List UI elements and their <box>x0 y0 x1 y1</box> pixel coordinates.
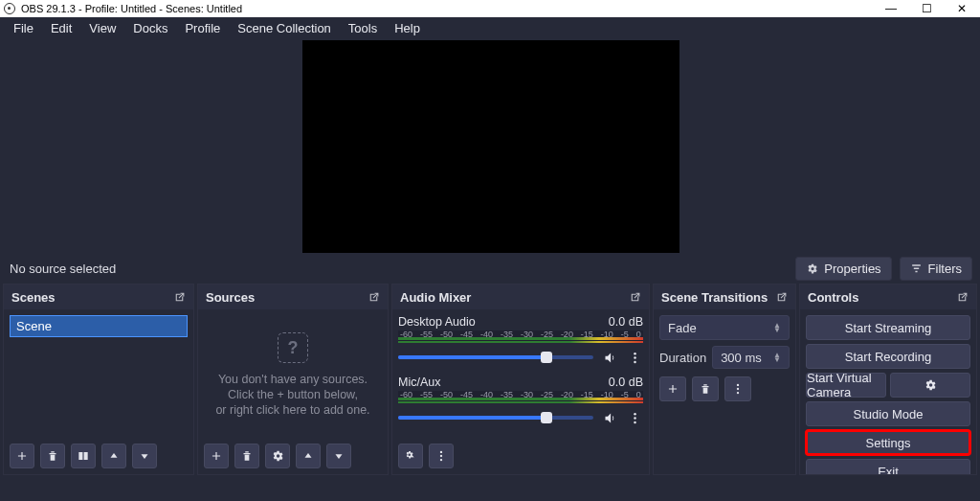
sources-empty-line1: You don't have any sources. <box>218 373 368 386</box>
menu-help[interactable]: Help <box>387 19 428 37</box>
svg-point-0 <box>634 352 636 354</box>
start-streaming-button[interactable]: Start Streaming <box>806 315 970 340</box>
channel-name-mic: Mic/Aux <box>398 376 440 389</box>
scene-item[interactable]: Scene <box>10 315 188 337</box>
mixer-channel-desktop: Desktop Audio0.0 dB -60-55-50-45-40-35-3… <box>398 315 643 366</box>
no-source-label: No source selected <box>8 262 116 276</box>
sources-toolbar <box>198 440 388 474</box>
duration-value: 300 ms <box>721 351 762 365</box>
transition-properties-button[interactable] <box>724 376 751 401</box>
start-recording-button[interactable]: Start Recording <box>806 344 970 369</box>
duration-input[interactable]: 300 ms ▲▼ <box>712 346 790 369</box>
channel-db-desktop: 0.0 dB <box>609 315 643 329</box>
volume-slider-mic[interactable] <box>398 416 593 420</box>
channel-meter-desktop: -60-55-50-45-40-35-30-25-20-15-10-50 <box>398 330 643 343</box>
controls-title: Controls <box>808 290 858 305</box>
scene-add-button[interactable] <box>10 444 34 468</box>
menu-profile[interactable]: Profile <box>177 19 228 37</box>
menu-scene-collection[interactable]: Scene Collection <box>230 19 339 37</box>
mixer-popout-icon[interactable] <box>629 291 641 304</box>
svg-point-11 <box>737 392 739 394</box>
svg-point-7 <box>440 455 442 457</box>
menu-edit[interactable]: Edit <box>43 19 79 37</box>
scenes-toolbar <box>4 440 193 474</box>
gear-icon <box>924 378 937 392</box>
studio-mode-button[interactable]: Studio Mode <box>806 401 970 426</box>
window-minimize-icon[interactable]: — <box>885 2 897 15</box>
sources-empty[interactable]: ? You don't have any sources. Click the … <box>204 315 382 434</box>
channel-menu-icon[interactable] <box>626 349 643 366</box>
source-properties-button[interactable] <box>265 444 290 468</box>
scenes-popout-icon[interactable] <box>173 291 186 304</box>
scenes-title: Scenes <box>11 290 56 305</box>
window-maximize-icon[interactable]: ☐ <box>922 2 932 15</box>
virtual-camera-settings-button[interactable] <box>890 373 970 398</box>
channel-name-desktop: Desktop Audio <box>398 315 476 329</box>
gear-icon <box>806 262 818 275</box>
properties-button[interactable]: Properties <box>795 257 891 281</box>
svg-point-3 <box>634 412 636 415</box>
mixer-toolbar <box>392 440 649 474</box>
settings-button[interactable]: Settings <box>806 430 970 455</box>
source-move-up-button[interactable] <box>296 444 321 468</box>
sources-title: Sources <box>206 290 255 305</box>
mixer-channel-mic: Mic/Aux0.0 dB -60-55-50-45-40-35-30-25-2… <box>398 376 643 426</box>
window-close-icon[interactable]: ✕ <box>957 2 967 15</box>
svg-point-6 <box>440 451 442 453</box>
svg-point-5 <box>634 421 636 423</box>
window-title: OBS 29.1.3 - Profile: Untitled - Scenes:… <box>21 3 242 14</box>
volume-slider-desktop[interactable] <box>398 355 593 359</box>
scene-move-up-button[interactable] <box>101 444 126 468</box>
exit-button[interactable]: Exit <box>806 459 970 474</box>
transitions-title: Scene Transitions <box>661 290 768 305</box>
transitions-popout-icon[interactable] <box>775 291 788 304</box>
chevron-updown-icon: ▲▼ <box>773 323 781 332</box>
speaker-icon[interactable] <box>601 409 618 426</box>
channel-meter-mic: -60-55-50-45-40-35-30-25-20-15-10-50 <box>398 391 643 403</box>
filters-label: Filters <box>928 262 962 276</box>
properties-label: Properties <box>824 262 880 276</box>
source-move-down-button[interactable] <box>326 444 351 468</box>
menu-view[interactable]: View <box>81 19 123 37</box>
menu-docks[interactable]: Docks <box>125 19 175 37</box>
mixer-menu-button[interactable] <box>429 444 454 468</box>
mixer-advanced-button[interactable] <box>398 444 423 468</box>
source-add-button[interactable] <box>204 444 229 468</box>
sources-empty-line3: or right click here to add one. <box>215 403 369 417</box>
start-virtual-camera-button[interactable]: Start Virtual Camera <box>806 373 886 398</box>
controls-popout-icon[interactable] <box>956 291 969 304</box>
duration-label: Duration <box>659 351 706 365</box>
window-titlebar: OBS 29.1.3 - Profile: Untitled - Scenes:… <box>0 0 980 17</box>
menu-file[interactable]: File <box>6 19 41 37</box>
svg-point-1 <box>634 356 636 359</box>
transition-selected-label: Fade <box>668 321 697 335</box>
sources-empty-line2: Click the + button below, <box>228 388 358 401</box>
filters-icon <box>910 262 923 275</box>
app-icon <box>4 3 15 14</box>
chevron-updown-icon: ▲▼ <box>773 353 781 362</box>
channel-db-mic: 0.0 dB <box>609 376 643 389</box>
svg-point-4 <box>634 417 636 420</box>
transition-remove-button[interactable] <box>692 376 719 401</box>
svg-point-2 <box>634 360 636 363</box>
mixer-title: Audio Mixer <box>400 290 471 305</box>
speaker-icon[interactable] <box>601 349 618 366</box>
menubar: File Edit View Docks Profile Scene Colle… <box>0 17 980 38</box>
svg-point-9 <box>737 384 739 386</box>
preview-canvas[interactable] <box>302 40 679 253</box>
source-remove-button[interactable] <box>234 444 259 468</box>
svg-point-10 <box>737 388 739 390</box>
preview-area <box>0 38 980 253</box>
sources-popout-icon[interactable] <box>368 291 380 304</box>
transition-select[interactable]: Fade ▲▼ <box>659 315 790 340</box>
help-icon: ? <box>278 332 308 363</box>
channel-menu-icon[interactable] <box>626 409 643 426</box>
scene-remove-button[interactable] <box>40 444 65 468</box>
svg-point-8 <box>440 459 442 461</box>
filters-button[interactable]: Filters <box>900 257 972 281</box>
transition-add-button[interactable] <box>659 376 686 401</box>
menu-tools[interactable]: Tools <box>341 19 385 37</box>
scene-filter-button[interactable] <box>71 444 96 468</box>
scene-move-down-button[interactable] <box>132 444 157 468</box>
